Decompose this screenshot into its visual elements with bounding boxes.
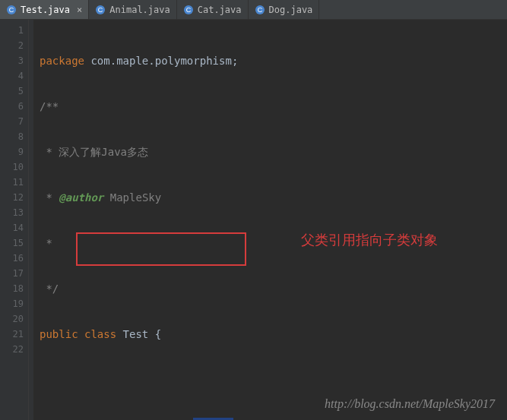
java-file-icon: C: [183, 5, 194, 15]
watermark: http://blog.csdn.net/MapleSky2017: [325, 397, 495, 411]
tab-label: Test.java: [21, 5, 70, 15]
svg-text:C: C: [98, 6, 103, 14]
tab-bar: C Test.java × C Animal.java C Cat.java C…: [0, 0, 507, 20]
tab-label: Animal.java: [109, 5, 170, 15]
java-file-icon: C: [95, 5, 106, 15]
java-file-icon: C: [255, 5, 265, 15]
svg-text:C: C: [9, 6, 14, 14]
code-area[interactable]: package com.maple.polymorphism; /** * 深入…: [33, 20, 507, 420]
tab-cat-java[interactable]: C Cat.java: [177, 0, 249, 19]
tab-animal-java[interactable]: C Animal.java: [89, 0, 176, 19]
java-file-icon: C: [6, 5, 17, 15]
close-icon[interactable]: ×: [77, 5, 82, 15]
code-editor[interactable]: 123 456 789 101112 131415 161718 192021 …: [0, 20, 507, 420]
annotation-text: 父类引用指向子类对象: [301, 232, 438, 248]
tab-label: Cat.java: [198, 5, 242, 15]
tab-label: Dog.java: [269, 5, 313, 15]
svg-text:C: C: [186, 6, 192, 14]
line-gutter: 123 456 789 101112 131415 161718 192021 …: [0, 20, 29, 420]
tab-test-java[interactable]: C Test.java ×: [0, 0, 89, 19]
tab-dog-java[interactable]: C Dog.java: [249, 0, 320, 19]
svg-text:C: C: [257, 6, 262, 14]
